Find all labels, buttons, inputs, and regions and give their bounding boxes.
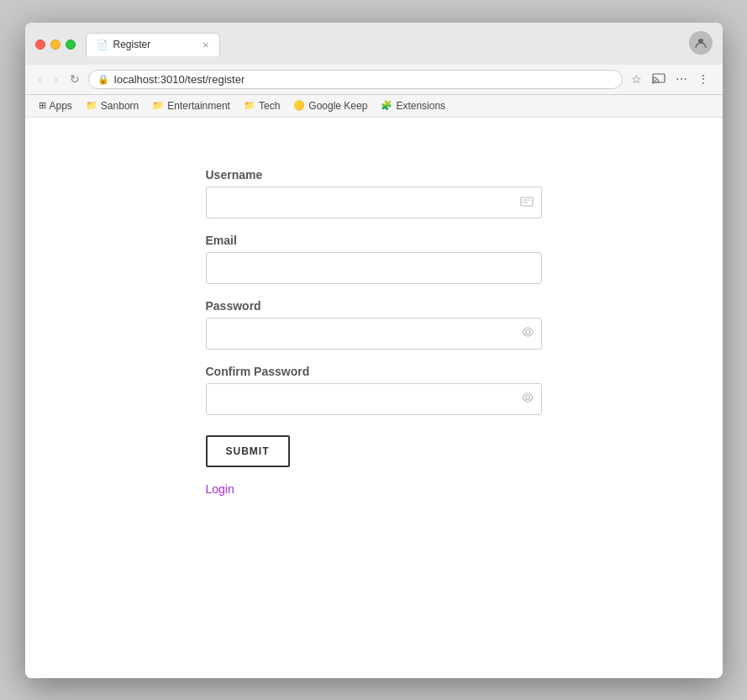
bookmark-apps-label: Apps	[50, 100, 72, 112]
bookmark-entertainment-label: Entertainment	[167, 100, 230, 112]
bookmark-sanborn[interactable]: 📁 Sanborn	[82, 98, 142, 113]
bookmark-tech[interactable]: 📁 Tech	[240, 98, 283, 113]
keep-icon: 🟡	[293, 100, 305, 111]
password-input[interactable]	[206, 318, 542, 350]
bookmark-apps[interactable]: ⊞ Apps	[35, 98, 76, 113]
bookmark-extensions[interactable]: 🧩 Extensions	[377, 98, 449, 113]
nav-bar: ‹ › ↻ 🔒 localhost:3010/test/register ☆ ⋯…	[25, 65, 723, 95]
puzzle-icon: 🧩	[381, 100, 392, 111]
url-text: localhost:3010/test/register	[114, 73, 613, 86]
username-label: Username	[206, 168, 542, 182]
apps-icon: ⊞	[39, 100, 46, 111]
browser-window: 📄 Register × ‹ › ↻ 🔒 localhost:3010/test…	[25, 23, 723, 678]
folder-icon: 📁	[152, 100, 164, 111]
profile-button[interactable]	[689, 31, 713, 55]
folder-icon: 📁	[86, 100, 97, 111]
email-input[interactable]	[206, 252, 542, 284]
bookmarks-bar: ⊞ Apps 📁 Sanborn 📁 Entertainment 📁 Tech …	[25, 95, 723, 118]
minimize-button[interactable]	[50, 39, 60, 50]
more-options-button[interactable]: ⋮	[694, 70, 713, 88]
email-group: Email	[206, 234, 542, 284]
bookmark-entertainment[interactable]: 📁 Entertainment	[149, 98, 234, 113]
nav-actions: ☆ ⋯ ⋮	[628, 70, 713, 89]
title-bar: 📄 Register ×	[25, 23, 723, 65]
traffic-lights	[35, 39, 76, 50]
cast-button[interactable]	[649, 70, 669, 89]
svg-point-2	[652, 82, 654, 83]
bookmark-tech-label: Tech	[259, 100, 280, 112]
address-bar[interactable]: 🔒 localhost:3010/test/register	[88, 70, 623, 89]
page-content: Username Email	[25, 118, 723, 678]
back-button[interactable]: ‹	[35, 71, 46, 87]
login-link[interactable]: Login	[206, 482, 542, 496]
username-group: Username	[206, 168, 542, 218]
confirm-password-label: Confirm Password	[206, 365, 542, 378]
maximize-button[interactable]	[66, 39, 76, 50]
confirm-password-input-wrapper	[206, 383, 542, 415]
refresh-button[interactable]: ↻	[66, 71, 83, 87]
password-input-wrapper	[206, 318, 542, 350]
folder-icon: 📁	[244, 100, 255, 111]
password-group: Password	[206, 299, 542, 350]
forward-button[interactable]: ›	[50, 71, 61, 87]
bookmark-star-button[interactable]: ☆	[628, 70, 645, 88]
close-button[interactable]	[35, 39, 45, 50]
username-input-wrapper	[206, 187, 542, 218]
lock-icon: 🔒	[97, 74, 109, 85]
username-input[interactable]	[206, 187, 542, 218]
bookmark-google-keep-label: Google Keep	[308, 100, 367, 112]
browser-tab[interactable]: 📄 Register ×	[86, 33, 220, 56]
password-label: Password	[206, 299, 542, 313]
confirm-password-group: Confirm Password	[206, 365, 542, 415]
register-form: Username Email	[206, 168, 542, 496]
submit-button[interactable]: SUBMIT	[206, 435, 290, 467]
email-input-wrapper	[206, 252, 542, 284]
email-label: Email	[206, 234, 542, 247]
bookmark-extensions-label: Extensions	[396, 100, 445, 112]
bookmark-sanborn-label: Sanborn	[101, 100, 139, 112]
confirm-password-input[interactable]	[206, 383, 542, 415]
extensions-button[interactable]: ⋯	[672, 70, 691, 88]
tab-title: Register	[113, 39, 151, 50]
tab-close-button[interactable]: ×	[203, 39, 209, 51]
bookmark-google-keep[interactable]: 🟡 Google Keep	[290, 98, 371, 113]
tab-icon: 📄	[97, 39, 108, 50]
